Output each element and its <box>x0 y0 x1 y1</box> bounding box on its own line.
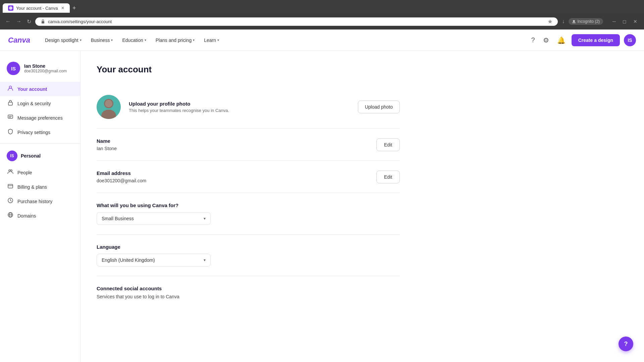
sidebar-item-purchase-history[interactable]: Purchase history <box>0 194 80 208</box>
incognito-badge: Incognito (2) <box>569 18 603 25</box>
create-design-button[interactable]: Create a design <box>572 34 620 46</box>
email-section: Email address doe301200@gmail.com Edit <box>97 161 400 193</box>
sidebar-item-billing-plans[interactable]: Billing & plans <box>0 180 80 194</box>
help-button[interactable]: ? <box>529 34 537 46</box>
sidebar-label-your-account: Your account <box>17 86 47 92</box>
nav-design-spotlight[interactable]: Design spotlight ▾ <box>41 35 86 46</box>
name-value: Ian Stone <box>97 146 376 151</box>
svg-point-3 <box>573 20 575 22</box>
nav-business[interactable]: Business ▾ <box>87 35 117 46</box>
sidebar-avatar: IS <box>7 62 20 75</box>
nav-right: ? ⚙ 🔔 Create a design IS <box>529 34 636 46</box>
canva-use-label: What will you be using Canva for? <box>97 202 400 208</box>
main-content: Your account Upload your profile photo <box>80 51 416 362</box>
url-display: canva.com/settings/your-account <box>48 19 545 24</box>
address-bar[interactable]: canva.com/settings/your-account <box>35 17 558 26</box>
sidebar-label-login-security: Login & security <box>17 101 51 106</box>
maximize-button[interactable]: ◻ <box>620 18 629 25</box>
nav-items: Design spotlight ▾ Business ▾ Education … <box>41 35 519 46</box>
browser-action-buttons: ↓ Incognito (2) ─ ◻ ✕ <box>560 17 640 26</box>
profile-photo-section: Upload your profile photo This helps you… <box>97 85 400 129</box>
svg-rect-10 <box>8 184 13 188</box>
chevron-down-icon: ▾ <box>217 38 219 42</box>
new-tab-button[interactable]: + <box>70 5 79 12</box>
profile-photo-title: Upload your profile photo <box>129 101 350 107</box>
sidebar-label-people: People <box>17 170 32 175</box>
download-button[interactable]: ↓ <box>560 17 566 26</box>
help-fab-button[interactable]: ? <box>619 337 633 351</box>
sidebar-divider <box>0 143 80 144</box>
minimize-button[interactable]: ─ <box>610 18 619 25</box>
email-value: doe301200@gmail.com <box>97 178 376 183</box>
back-button[interactable]: ← <box>4 17 12 26</box>
notifications-button[interactable]: 🔔 <box>555 34 568 46</box>
sidebar-item-login-security[interactable]: Login & security <box>0 96 80 111</box>
top-nav: Canva Design spotlight ▾ Business ▾ Educ… <box>0 29 644 51</box>
language-dropdown[interactable]: English (United Kingdom) ▾ <box>97 254 211 266</box>
svg-point-17 <box>105 100 112 107</box>
social-accounts-description: Services that you use to log in to Canva <box>97 294 400 299</box>
chevron-down-icon: ▾ <box>204 216 206 221</box>
person-icon <box>7 85 14 93</box>
browser-chrome: Your account - Canva ✕ + ← → ↻ canva.com… <box>0 0 644 29</box>
people-icon <box>7 169 14 176</box>
social-accounts-section: Connected social accounts Services that … <box>97 276 400 309</box>
tab-close-button[interactable]: ✕ <box>61 6 64 10</box>
sidebar-item-message-preferences[interactable]: Message preferences <box>0 111 80 125</box>
name-field-info: Name Ian Stone <box>97 138 376 151</box>
profile-avatar <box>97 95 121 119</box>
edit-name-button[interactable]: Edit <box>376 138 400 151</box>
incognito-icon <box>572 19 576 23</box>
window-controls: ─ ◻ ✕ <box>610 18 640 25</box>
social-accounts-label: Connected social accounts <box>97 286 400 291</box>
chevron-down-icon: ▾ <box>80 38 82 42</box>
language-section: Language English (United Kingdom) ▾ <box>97 235 400 276</box>
canva-use-dropdown[interactable]: Small Business ▾ <box>97 212 211 225</box>
sidebar-personal-avatar: IS <box>7 150 17 161</box>
profile-photo-row: Upload your profile photo This helps you… <box>97 95 400 119</box>
svg-rect-1 <box>42 21 44 23</box>
tab-favicon <box>8 5 13 11</box>
canva-use-selected: Small Business <box>102 216 134 221</box>
svg-marker-2 <box>548 19 552 23</box>
email-field-row: Email address doe301200@gmail.com Edit <box>97 170 400 183</box>
chevron-down-icon: ▾ <box>145 38 146 42</box>
sidebar-item-people[interactable]: People <box>0 165 80 180</box>
sidebar-label-billing-plans: Billing & plans <box>17 184 47 190</box>
settings-button[interactable]: ⚙ <box>541 34 551 46</box>
sidebar-item-privacy-settings[interactable]: Privacy settings <box>0 125 80 139</box>
close-button[interactable]: ✕ <box>631 18 640 25</box>
active-tab[interactable]: Your account - Canva ✕ <box>3 3 70 13</box>
name-label: Name <box>97 138 376 144</box>
forward-button[interactable]: → <box>15 17 23 26</box>
sidebar: IS Ian Stone doe301200@gmail.com Your ac… <box>0 51 80 362</box>
svg-point-9 <box>10 170 12 172</box>
lock-icon <box>41 19 45 24</box>
sidebar-item-domains[interactable]: Domains <box>0 208 80 223</box>
svg-point-0 <box>9 6 12 10</box>
logo[interactable]: Canva <box>8 36 30 45</box>
social-description-text: Services that you use to log in to Canva <box>97 294 400 299</box>
page-title: Your account <box>97 64 400 75</box>
chevron-down-icon: ▾ <box>193 38 195 42</box>
nav-plans-pricing[interactable]: Plans and pricing ▾ <box>152 35 199 46</box>
sidebar-label-message-preferences: Message preferences <box>17 115 63 121</box>
history-icon <box>7 197 14 205</box>
lock-icon <box>7 100 14 107</box>
profile-photo-info: Upload your profile photo This helps you… <box>129 101 350 113</box>
sidebar-personal-name: Personal <box>21 153 41 159</box>
reload-button[interactable]: ↻ <box>25 17 33 26</box>
sidebar-item-your-account[interactable]: Your account <box>0 82 80 96</box>
nav-education[interactable]: Education ▾ <box>118 35 150 46</box>
profile-photo-image <box>97 95 121 119</box>
sidebar-personal-section: IS Personal <box>0 148 80 164</box>
upload-photo-button[interactable]: Upload photo <box>358 101 400 113</box>
star-icon <box>548 19 552 24</box>
sidebar-email: doe301200@gmail.com <box>24 69 67 73</box>
svg-rect-4 <box>572 22 576 23</box>
sidebar-user-details: Ian Stone doe301200@gmail.com <box>24 63 67 73</box>
chevron-down-icon: ▾ <box>111 38 113 42</box>
edit-email-button[interactable]: Edit <box>376 171 400 183</box>
user-avatar[interactable]: IS <box>624 34 636 46</box>
nav-learn[interactable]: Learn ▾ <box>200 35 223 46</box>
